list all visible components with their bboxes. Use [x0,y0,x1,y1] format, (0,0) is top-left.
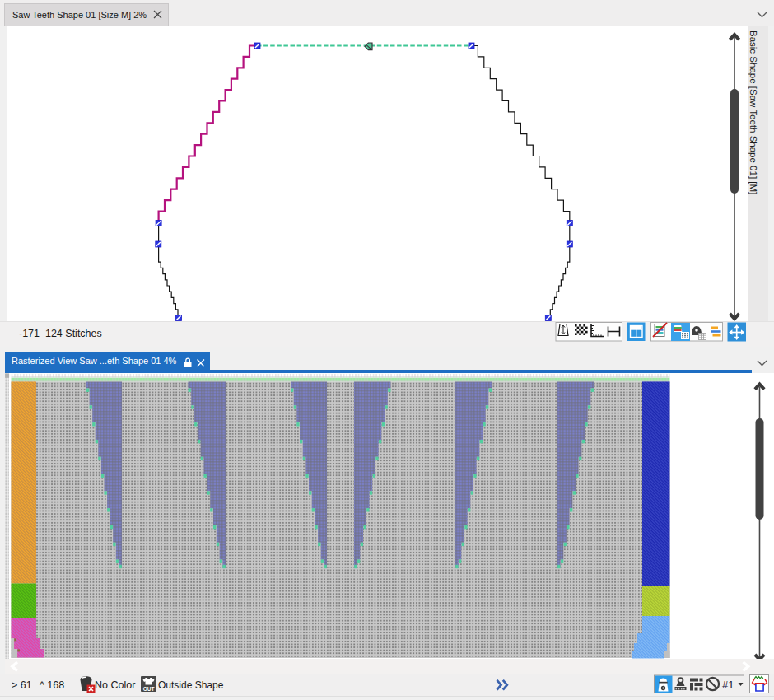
svg-text:OUT: OUT [143,686,155,692]
